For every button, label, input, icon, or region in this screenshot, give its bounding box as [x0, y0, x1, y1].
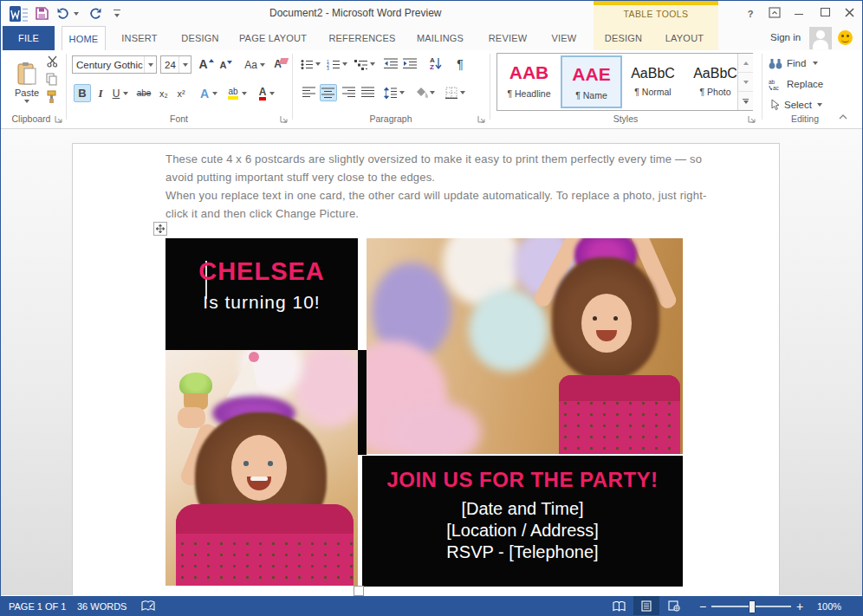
styles-dialog-launcher[interactable]	[748, 115, 756, 124]
increase-indent-icon[interactable]	[403, 58, 418, 69]
minimize-icon[interactable]	[795, 14, 803, 15]
highlight-color-button[interactable]: ab	[224, 84, 250, 102]
font-dialog-launcher[interactable]	[280, 115, 289, 124]
tab-design[interactable]: DESIGN	[173, 26, 227, 50]
style-headline[interactable]: AAB ¶ Headline	[499, 55, 559, 108]
card-headline-text[interactable]: JOIN US FOR THE PARTY!	[362, 468, 683, 492]
qat-customize-icon[interactable]	[114, 10, 120, 10]
save-icon[interactable]	[36, 7, 49, 20]
strikethrough-button[interactable]: abe	[133, 84, 154, 102]
page-indicator[interactable]: PAGE 1 OF 1	[9, 596, 66, 616]
web-layout-button[interactable]	[661, 596, 687, 616]
shrink-font-button[interactable]: A	[217, 56, 235, 74]
find-button[interactable]: Find	[769, 55, 843, 72]
font-size-combobox[interactable]: 24	[160, 55, 191, 74]
style-photo[interactable]: AaBbC ¶ Photo	[685, 55, 745, 108]
justify-icon[interactable]	[361, 87, 375, 98]
multilevel-list-button[interactable]	[353, 55, 377, 73]
font-name-combobox[interactable]: Century Gothic	[72, 55, 157, 74]
avatar[interactable]	[809, 27, 832, 49]
change-case-button[interactable]: Aa	[242, 55, 268, 74]
qat-customize-arrow[interactable]	[114, 14, 120, 17]
bold-button[interactable]: B	[74, 84, 91, 102]
superscript-button[interactable]: x²	[173, 84, 189, 102]
zoom-in-button[interactable]: +	[796, 596, 803, 616]
subscript-button[interactable]: x₂	[156, 84, 172, 102]
clipboard-dialog-launcher[interactable]	[55, 115, 63, 124]
photo-girl-balloons[interactable]	[367, 238, 683, 454]
show-hide-pilcrow-button[interactable]: ¶	[451, 55, 469, 74]
font-color-button[interactable]: A	[254, 84, 280, 102]
card-name-text[interactable]: CHELSEA	[165, 257, 358, 286]
bullets-button[interactable]	[299, 55, 321, 73]
help-icon[interactable]: ?	[743, 6, 758, 22]
replace-button[interactable]: abac Replace	[769, 75, 843, 93]
tab-insert[interactable]: INSERT	[113, 26, 166, 50]
doc-paragraph-line[interactable]: When you replace text in one card, the o…	[165, 189, 707, 202]
line-spacing-button[interactable]	[382, 84, 406, 101]
cut-icon[interactable]	[46, 55, 59, 68]
collapse-ribbon-icon[interactable]	[838, 113, 848, 120]
word-count[interactable]: 36 WORDS	[77, 596, 127, 616]
align-right-icon[interactable]	[342, 87, 356, 98]
proofing-status-icon[interactable]	[141, 600, 155, 613]
align-left-icon[interactable]	[302, 87, 316, 98]
underline-button[interactable]: U	[109, 84, 132, 102]
tab-file[interactable]: FILE	[3, 26, 55, 50]
numbering-button[interactable]: 123	[325, 55, 349, 73]
grow-font-button[interactable]: A	[197, 55, 216, 74]
tab-table-layout[interactable]: LAYOUT	[659, 26, 710, 50]
close-icon[interactable]	[845, 8, 854, 17]
text-effects-button[interactable]: A	[197, 84, 221, 102]
card-title-panel[interactable]: CHELSEA Is turning 10!	[165, 238, 358, 350]
sort-button[interactable]: A Z	[425, 55, 446, 74]
read-mode-button[interactable]	[606, 596, 632, 616]
card-details-panel[interactable]: JOIN US FOR THE PARTY! [Date and Time] […	[362, 456, 683, 587]
photo-girl-cupcake[interactable]	[165, 350, 358, 586]
redo-icon[interactable]	[88, 7, 102, 20]
tab-references[interactable]: REFERENCES	[326, 26, 399, 50]
feedback-smiley-icon[interactable]	[838, 30, 853, 45]
doc-paragraph-line[interactable]: avoid putting important stuff very close…	[165, 171, 435, 184]
styles-more-button[interactable]	[738, 91, 753, 110]
align-center-button[interactable]	[320, 84, 337, 101]
paste-button[interactable]: Paste	[8, 53, 46, 112]
card-subtitle-text[interactable]: Is turning 10!	[165, 292, 358, 313]
tab-view[interactable]: VIEW	[544, 26, 584, 50]
styles-scroll-down[interactable]	[738, 72, 753, 91]
copy-icon[interactable]	[46, 73, 58, 86]
tab-mailings[interactable]: MAILINGS	[411, 26, 470, 50]
card-detail-line[interactable]: RSVP - [Telephone]	[362, 542, 683, 562]
zoom-level[interactable]: 100%	[817, 596, 841, 616]
card-detail-line[interactable]: [Date and Time]	[362, 499, 683, 519]
tab-table-design[interactable]: DESIGN	[599, 26, 648, 50]
ribbon-display-options-icon[interactable]	[769, 7, 781, 18]
girl-face	[231, 435, 287, 501]
styles-scroll-up[interactable]	[738, 54, 753, 72]
clear-formatting-button[interactable]: A	[271, 55, 290, 74]
tab-review[interactable]: REVIEW	[482, 26, 534, 50]
doc-paragraph-line[interactable]: These cute 4 x 6 postcards are slightly …	[165, 152, 702, 165]
select-button[interactable]: Select	[769, 96, 843, 113]
style-name-selected[interactable]: AAE ¶ Name	[561, 55, 622, 108]
doc-paragraph-line[interactable]: click it and then click Change Picture.	[165, 207, 359, 220]
table-resize-handle[interactable]	[354, 586, 364, 596]
undo-dropdown-arrow[interactable]	[74, 12, 79, 16]
tab-page-layout[interactable]: PAGE LAYOUT	[234, 26, 312, 50]
maximize-icon[interactable]	[821, 8, 830, 16]
style-normal[interactable]: AaBbC ¶ Normal	[623, 55, 683, 108]
print-layout-button[interactable]	[633, 596, 659, 616]
decrease-indent-icon[interactable]	[384, 58, 399, 69]
borders-button[interactable]	[441, 84, 469, 101]
zoom-out-button[interactable]: −	[699, 596, 706, 616]
tab-home[interactable]: HOME	[62, 26, 106, 50]
sign-in-link[interactable]: Sign in	[770, 32, 801, 42]
undo-icon[interactable]	[56, 7, 71, 20]
paragraph-dialog-launcher[interactable]	[477, 115, 486, 124]
table-move-handle[interactable]	[153, 222, 167, 236]
card-detail-line[interactable]: [Location / Address]	[362, 521, 683, 541]
italic-button[interactable]: I	[94, 84, 107, 102]
zoom-slider-handle[interactable]	[749, 600, 756, 613]
shading-button[interactable]	[412, 84, 438, 101]
format-painter-icon[interactable]	[46, 90, 58, 104]
